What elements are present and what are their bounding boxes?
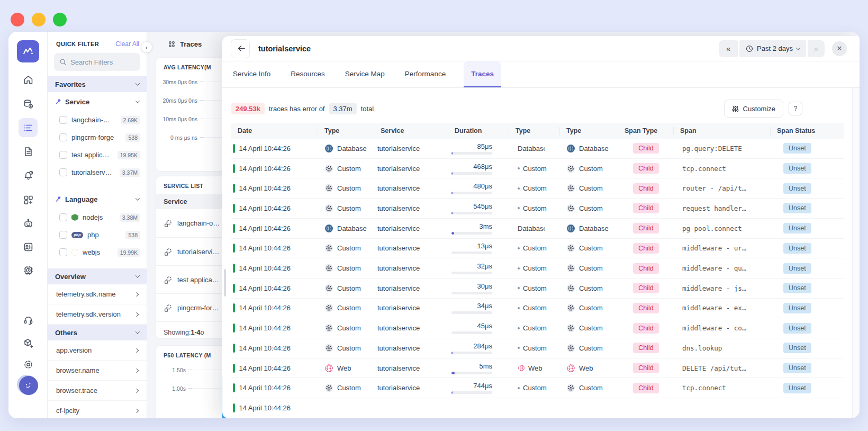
type-label: Database <box>337 145 367 152</box>
help-button[interactable]: ? <box>789 102 802 115</box>
detail-tab[interactable]: Traces <box>464 61 501 87</box>
search-filters-input[interactable] <box>70 58 134 66</box>
checkbox[interactable] <box>59 116 67 124</box>
column-header[interactable]: Span Type <box>618 127 674 135</box>
language-filter-item[interactable]: webjs 19.99K <box>48 244 147 261</box>
pin-icon <box>55 196 61 202</box>
nav-dashboards-icon[interactable] <box>19 190 38 209</box>
trace-row[interactable]: 14 April 10:44:26 <box>231 398 844 418</box>
checkbox[interactable] <box>59 248 67 256</box>
column-header[interactable]: Duration <box>448 127 509 135</box>
column-header[interactable]: Type <box>560 127 618 135</box>
column-header[interactable]: Span <box>674 127 771 135</box>
detail-tab[interactable]: Service Info <box>231 61 273 87</box>
trace-row[interactable]: 14 April 10:44:26 Custom tutorials <box>231 258 844 279</box>
checkbox[interactable] <box>59 133 67 141</box>
trace-row[interactable]: 14 April 10:44:26 Custom tutorials <box>231 239 844 259</box>
service-filter-item[interactable]: langchain-… 2.69K <box>48 111 147 129</box>
service-filter-item[interactable]: tutorialserv… 3.37M <box>48 164 147 181</box>
window-minimize-light[interactable] <box>32 13 46 26</box>
language-icon <box>71 232 83 238</box>
customize-button[interactable]: Customize <box>724 100 783 118</box>
time-prev-button[interactable]: « <box>719 40 738 57</box>
span-status-badge: Unset <box>783 363 811 373</box>
filter-search[interactable] <box>54 53 140 71</box>
trace-row[interactable]: 14 April 10:44:26 Custom tutorials <box>231 178 844 199</box>
type-cell-2: Custom <box>560 344 618 353</box>
column-header[interactable]: Type <box>509 127 560 135</box>
type-label: Custom <box>579 244 603 252</box>
overview-label: Overview <box>55 273 86 281</box>
trace-row[interactable]: 14 April 10:44:26 Custom tutorials <box>231 199 844 219</box>
column-header[interactable]: Span Status <box>771 127 844 135</box>
others-section-header[interactable]: Others <box>48 325 147 340</box>
service-filter-item[interactable]: pingcrm-forge 538 <box>48 129 147 146</box>
attribute-item[interactable]: cf-ipcity <box>48 401 147 418</box>
globe-icon <box>518 364 525 372</box>
count-badge: 3.38M <box>120 213 140 222</box>
trace-row[interactable]: 14 April 10:44:26 Custom tutorials <box>231 318 844 338</box>
trace-row[interactable]: 14 April 10:44:26 Custom tutorials <box>231 338 844 358</box>
nav-home-icon[interactable] <box>19 70 38 89</box>
checkbox[interactable] <box>59 231 67 239</box>
attribute-item[interactable]: telemetry.sdk.version <box>48 304 147 325</box>
window-zoom-light[interactable] <box>53 13 67 26</box>
language-group-header[interactable]: Language <box>48 190 147 209</box>
time-range-button[interactable]: Past 2 days <box>739 40 806 57</box>
column-header[interactable]: Service <box>374 127 448 135</box>
trace-row[interactable]: 14 April 10:44:26 Custom tutorials <box>231 299 844 319</box>
attribute-item[interactable]: browser.trace <box>48 381 147 401</box>
nav-alerts-icon[interactable] <box>19 166 38 185</box>
scrollbar[interactable] <box>852 88 860 418</box>
nav-logs-icon[interactable] <box>19 142 38 161</box>
column-header[interactable]: Date <box>231 127 318 135</box>
service-filter-item[interactable]: test applic… 19.95K <box>48 146 147 164</box>
type-label: Custom <box>337 264 361 272</box>
attribute-item[interactable]: telemetry.sdk.name <box>48 284 147 304</box>
app-logo[interactable] <box>17 40 39 62</box>
trace-row[interactable]: 14 April 10:44:26 Custom tutorials <box>231 279 844 299</box>
trace-row[interactable]: 14 April 10:44:26 Web tutorialserv <box>231 358 844 379</box>
trace-row[interactable]: 14 April 10:44:26 Database tutoria <box>231 219 844 239</box>
filter-label: pingcrm-forge <box>71 133 121 141</box>
type-label: Custom <box>579 165 603 173</box>
detail-tab[interactable]: Resources <box>288 61 327 87</box>
nav-user-sessions-icon[interactable] <box>19 237 38 256</box>
nav-infrastructure-icon[interactable] <box>19 94 38 113</box>
language-filter-item[interactable]: nodejs 3.38M <box>48 209 147 226</box>
back-button[interactable] <box>231 39 250 58</box>
nav-support-icon[interactable] <box>19 310 38 329</box>
user-avatar[interactable] <box>19 376 38 395</box>
service-group-header[interactable]: Service <box>48 92 147 111</box>
detail-tab[interactable]: Service Map <box>343 61 387 87</box>
window-close-light[interactable] <box>11 13 24 26</box>
collapse-panel-button[interactable]: ‹ <box>141 41 152 53</box>
nav-synthetic-monitoring-icon[interactable] <box>19 261 38 280</box>
trace-row[interactable]: 14 April 10:44:26 Database tutoria <box>231 139 844 159</box>
close-panel-button[interactable]: ✕ <box>832 41 847 56</box>
chevron-down-icon <box>135 273 140 277</box>
clear-all-link[interactable]: Clear All <box>115 40 139 48</box>
attribute-item[interactable]: browser.name <box>48 361 147 381</box>
detail-tab[interactable]: Performance <box>403 61 448 87</box>
overview-section-header[interactable]: Overview <box>48 268 147 284</box>
nav-settings-icon[interactable] <box>19 355 38 374</box>
type-icon <box>566 344 575 353</box>
checkbox[interactable] <box>59 213 67 221</box>
time-next-button[interactable]: » <box>808 40 825 57</box>
custom-dot-icon <box>518 347 520 349</box>
attribute-item[interactable]: app.version <box>48 340 147 361</box>
trace-status-indicator <box>233 383 235 392</box>
type-text-cell: Custom <box>509 264 560 272</box>
nav-ai-assistant-icon[interactable] <box>19 213 38 232</box>
nav-traces-icon[interactable] <box>19 118 38 137</box>
gear-icon <box>566 264 575 273</box>
favorites-section-header[interactable]: Favorites <box>48 76 147 92</box>
checkbox[interactable] <box>59 168 67 176</box>
trace-row[interactable]: 14 April 10:44:26 Custom tutorials <box>231 159 844 179</box>
trace-row[interactable]: 14 April 10:44:26 Custom tutorials <box>231 378 844 398</box>
column-header[interactable]: Type <box>318 127 374 135</box>
nav-integrations-icon[interactable] <box>19 334 38 353</box>
language-filter-item[interactable]: php 538 <box>48 226 147 244</box>
checkbox[interactable] <box>59 151 67 159</box>
